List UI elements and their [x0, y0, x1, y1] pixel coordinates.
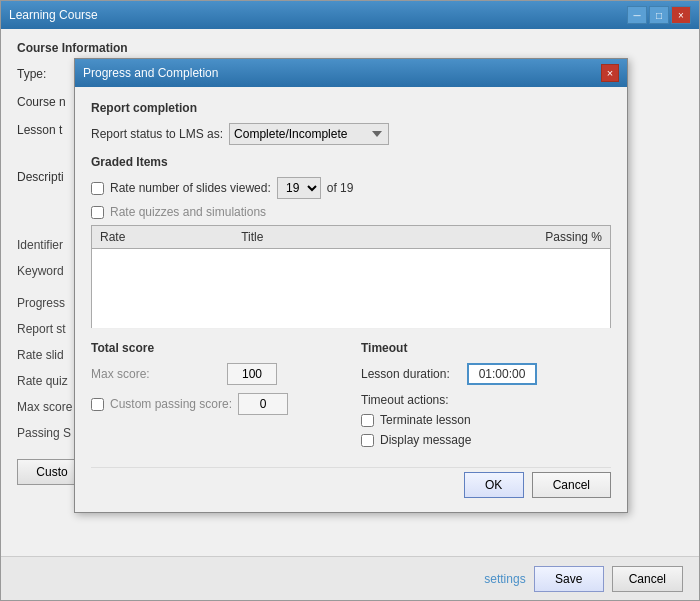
bg-maximize-button[interactable]: □: [649, 6, 669, 24]
custom-passing-label: Custom passing score:: [110, 397, 232, 411]
table-header-rate: Rate: [92, 226, 234, 249]
report-status-select[interactable]: Complete/Incomplete: [229, 123, 389, 145]
graded-items-section: Graded Items Rate number of slides viewe…: [91, 155, 611, 329]
quizzes-row: Rate quizzes and simulations: [91, 205, 611, 219]
timeout-actions-label: Timeout actions:: [361, 393, 611, 407]
custom-passing-checkbox[interactable]: [91, 398, 104, 411]
table-header-passing: Passing %: [363, 226, 611, 249]
max-score-label: Max score:: [91, 367, 221, 381]
display-message-checkbox[interactable]: [361, 434, 374, 447]
report-completion-label: Report completion: [91, 101, 611, 115]
display-message-label: Display message: [380, 433, 471, 447]
ok-button[interactable]: OK: [464, 472, 524, 498]
max-score-row: Max score:: [91, 363, 341, 385]
custom-score-row: Custom passing score:: [91, 393, 341, 415]
bg-section-title: Course Information: [17, 41, 683, 55]
bg-title-text: Learning Course: [9, 8, 98, 22]
slides-row: Rate number of slides viewed: 19 of 19: [91, 177, 611, 199]
terminate-label: Terminate lesson: [380, 413, 471, 427]
total-score-label: Total score: [91, 341, 341, 355]
bg-bottom-bar: settings Save Cancel: [1, 556, 699, 600]
dialog-footer: OK Cancel: [91, 467, 611, 498]
graded-items-table: Rate Title Passing %: [91, 225, 611, 329]
terminate-row: Terminate lesson: [361, 413, 611, 427]
bg-titlebar-controls: ─ □ ×: [627, 6, 691, 24]
report-status-label: Report status to LMS as:: [91, 127, 223, 141]
lesson-duration-label: Lesson duration:: [361, 367, 461, 381]
table-header-title: Title: [233, 226, 362, 249]
bg-minimize-button[interactable]: ─: [627, 6, 647, 24]
dialog-title: Progress and Completion: [83, 66, 218, 80]
custom-passing-input[interactable]: [238, 393, 288, 415]
table-empty-row: [92, 249, 611, 329]
save-button[interactable]: Save: [534, 566, 604, 592]
slides-total: of 19: [327, 181, 354, 195]
terminate-checkbox[interactable]: [361, 414, 374, 427]
bottom-section: Total score Max score: Custom passing sc…: [91, 341, 611, 453]
slides-count-select[interactable]: 19: [277, 177, 321, 199]
lesson-duration-row: Lesson duration:: [361, 363, 611, 385]
bg-window-title: Learning Course: [9, 8, 98, 22]
cancel-button[interactable]: Cancel: [612, 566, 683, 592]
quizzes-checkbox[interactable]: [91, 206, 104, 219]
progress-completion-dialog: Progress and Completion × Report complet…: [74, 58, 628, 513]
slides-label: Rate number of slides viewed:: [110, 181, 271, 195]
report-status-row: Report status to LMS as: Complete/Incomp…: [91, 123, 611, 145]
timeout-section: Timeout Lesson duration: Timeout actions…: [361, 341, 611, 453]
settings-link[interactable]: settings: [484, 572, 525, 586]
lesson-duration-input[interactable]: [467, 363, 537, 385]
dialog-titlebar: Progress and Completion ×: [75, 59, 627, 87]
bg-titlebar: Learning Course ─ □ ×: [1, 1, 699, 29]
dialog-body: Report completion Report status to LMS a…: [75, 87, 627, 512]
dialog-cancel-button[interactable]: Cancel: [532, 472, 611, 498]
max-score-input[interactable]: [227, 363, 277, 385]
slides-checkbox[interactable]: [91, 182, 104, 195]
display-message-row: Display message: [361, 433, 611, 447]
dialog-close-button[interactable]: ×: [601, 64, 619, 82]
total-score-section: Total score Max score: Custom passing sc…: [91, 341, 341, 453]
quizzes-label: Rate quizzes and simulations: [110, 205, 266, 219]
graded-items-label: Graded Items: [91, 155, 611, 169]
bg-close-button[interactable]: ×: [671, 6, 691, 24]
timeout-label: Timeout: [361, 341, 611, 355]
